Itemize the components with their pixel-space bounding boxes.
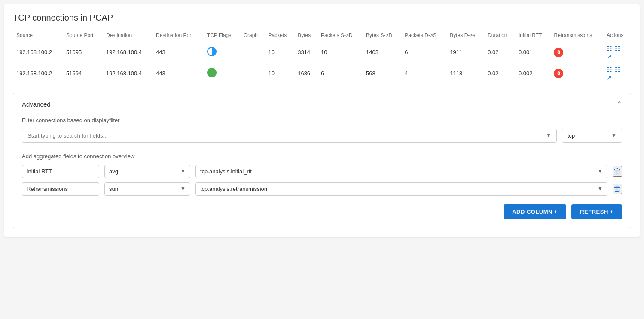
page-title: TCP connections in PCAP — [13, 13, 631, 23]
network-icon-btn[interactable]: ☷ — [615, 46, 620, 52]
cell-destination: 192.168.100.4 — [103, 63, 153, 84]
delete-column-button[interactable]: 🗑 — [613, 166, 622, 177]
cell-tcp-flags — [204, 63, 240, 84]
agg-col-func-value: avg — [109, 168, 118, 175]
cell-initial-rtt: 0.001 — [515, 42, 551, 63]
cell-source: 192.168.100.2 — [13, 63, 63, 84]
action-buttons-row: ADD COLUMN + REFRESH + — [22, 204, 622, 219]
col-packets-sd: Packets S->D — [317, 30, 363, 42]
cell-packets-sd: 10 — [317, 42, 363, 63]
aggregated-columns: avg ▼ tcp.analysis.initial_rtt ▼ 🗑 sum ▼… — [22, 165, 622, 196]
func-dropdown-arrow: ▼ — [180, 186, 186, 192]
chart-icon-btn[interactable]: ↗ — [607, 74, 612, 80]
func-dropdown-arrow: ▼ — [180, 168, 186, 174]
cell-bytes-sd: 1403 — [363, 42, 401, 63]
chart-icon-btn[interactable]: ↗ — [607, 53, 612, 59]
cell-bytes-ds: 1118 — [446, 63, 484, 84]
col-destination: Destination — [103, 30, 153, 42]
advanced-header: Advanced ⌃ — [22, 100, 622, 108]
cell-packets-ds: 6 — [401, 42, 446, 63]
tcp-flag-icon — [207, 47, 217, 56]
agg-col-name-input[interactable] — [22, 182, 99, 196]
cell-packets: 10 — [265, 63, 294, 84]
advanced-section: Advanced ⌃ Filter connections based on d… — [13, 93, 631, 228]
cell-source-port: 51695 — [63, 42, 103, 63]
col-bytes-ds: Bytes D->s — [446, 30, 484, 42]
agg-col-field-dropdown[interactable]: tcp.analysis.retransmission ▼ — [195, 182, 607, 196]
filter-row: ▼ tcp ▼ — [22, 129, 622, 143]
cell-initial-rtt: 0.002 — [515, 63, 551, 84]
table-row: 192.168.100.2 51694 192.168.100.4 443 10… — [13, 63, 631, 84]
retrans-badge: 0 — [554, 48, 563, 57]
cell-destination-port: 443 — [153, 63, 204, 84]
col-packets: Packets — [265, 30, 294, 42]
agg-col-func-value: sum — [109, 186, 120, 192]
retrans-badge: 0 — [554, 69, 563, 78]
col-tcp-flags: TCP Flags — [204, 30, 240, 42]
filter-icon-btn[interactable]: ☷ — [607, 46, 612, 52]
cell-bytes-ds: 1911 — [446, 42, 484, 63]
cell-source: 192.168.100.2 — [13, 42, 63, 63]
cell-actions: ☷ ☷ ↗ — [603, 42, 631, 63]
field-dropdown-arrow: ▼ — [598, 168, 603, 174]
col-duration: Duration — [484, 30, 515, 42]
cell-bytes: 1686 — [294, 63, 317, 84]
filter-label: Filter connections based on displayfilte… — [22, 117, 622, 123]
protocol-dropdown-arrow: ▼ — [611, 132, 617, 138]
advanced-title: Advanced — [22, 101, 51, 108]
aggregated-label: Add aggregated fields to connection over… — [22, 153, 622, 160]
protocol-dropdown[interactable]: tcp ▼ — [562, 129, 622, 143]
col-bytes: Bytes — [294, 30, 317, 42]
network-icon-btn[interactable]: ☷ — [615, 67, 620, 73]
col-bytes-sd: Bytes S->D — [363, 30, 401, 42]
agg-col-func-dropdown[interactable]: sum ▼ — [104, 182, 190, 196]
cell-retransmissions: 0 — [550, 42, 603, 63]
cell-source-port: 51694 — [63, 63, 103, 84]
connections-table: Source Source Port Destination Destinati… — [13, 30, 631, 84]
agg-col-field-value: tcp.analysis.initial_rtt — [200, 168, 252, 175]
cell-actions: ☷ ☷ ↗ — [603, 63, 631, 84]
agg-col-name-input[interactable] — [22, 165, 99, 178]
field-dropdown-arrow: ▼ — [598, 186, 603, 192]
col-actions: Actions — [603, 30, 631, 42]
agg-col-field-dropdown[interactable]: tcp.analysis.initial_rtt ▼ — [195, 165, 607, 178]
agg-column-row: sum ▼ tcp.analysis.retransmission ▼ 🗑 — [22, 182, 622, 196]
cell-packets-ds: 4 — [401, 63, 446, 84]
cell-duration: 0.02 — [484, 42, 515, 63]
col-source: Source — [13, 30, 63, 42]
cell-bytes-sd: 568 — [363, 63, 401, 84]
col-graph: Graph — [240, 30, 265, 42]
cell-graph — [240, 42, 265, 63]
search-field[interactable]: ▼ — [22, 129, 557, 143]
add-column-button[interactable]: ADD COLUMN + — [504, 204, 566, 219]
tcp-flag-icon — [207, 68, 217, 77]
cell-packets: 16 — [265, 42, 294, 63]
cell-destination: 192.168.100.4 — [103, 42, 153, 63]
filter-icon-btn[interactable]: ☷ — [607, 67, 612, 73]
agg-col-func-dropdown[interactable]: avg ▼ — [104, 165, 190, 178]
cell-duration: 0.02 — [484, 63, 515, 84]
col-initial-rtt: Initial RTT — [515, 30, 551, 42]
refresh-button[interactable]: REFRESH + — [571, 204, 622, 219]
cell-retransmissions: 0 — [550, 63, 603, 84]
cell-bytes: 3314 — [294, 42, 317, 63]
delete-column-button[interactable]: 🗑 — [613, 184, 622, 194]
col-source-port: Source Port — [63, 30, 103, 42]
agg-col-field-value: tcp.analysis.retransmission — [200, 186, 267, 192]
cell-graph — [240, 63, 265, 84]
col-retransmissions: Retransmissions — [550, 30, 603, 42]
col-destination-port: Destination Port — [153, 30, 204, 42]
cell-destination-port: 443 — [153, 42, 204, 63]
cell-tcp-flags — [204, 42, 240, 63]
protocol-value: tcp — [568, 132, 575, 139]
col-packets-ds: Packets D->S — [401, 30, 446, 42]
search-input[interactable] — [27, 132, 546, 139]
table-row: 192.168.100.2 51695 192.168.100.4 443 16… — [13, 42, 631, 63]
collapse-icon[interactable]: ⌃ — [617, 100, 622, 108]
agg-column-row: avg ▼ tcp.analysis.initial_rtt ▼ 🗑 — [22, 165, 622, 178]
cell-packets-sd: 6 — [317, 63, 363, 84]
search-dropdown-arrow[interactable]: ▼ — [546, 132, 551, 138]
